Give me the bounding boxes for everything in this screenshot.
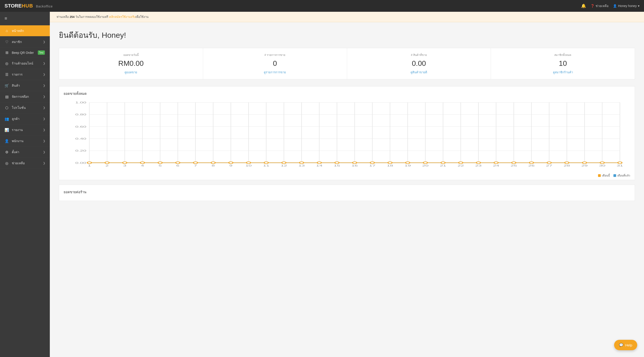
sidebar-item-Beep QR Order[interactable]: ⊞Beep QR Orderใหม่ (0, 47, 50, 58)
sidebar-item-สมาชิก[interactable]: ♡สมาชิก❯ (0, 36, 50, 47)
sidebar-icon: ▤ (4, 95, 9, 99)
sidebar-item-โปรโมชั่น[interactable]: ⬡โปรโมชั่น❯ (0, 102, 50, 113)
stat-card-1: # รายการการขาย 0 ดูรายการการขาย (203, 48, 347, 79)
sidebar-item-รายงาน[interactable]: 📊รายงาน❯ (0, 124, 50, 135)
svg-point-111 (194, 162, 198, 164)
logo-hub: HUB (22, 3, 33, 8)
help-button-icon: 💬 (619, 343, 624, 347)
trial-text-middle: วันในการทดลองใช้งานฟรี (74, 15, 109, 18)
sidebar-item-label: จัดการสต๊อก (12, 94, 29, 99)
svg-text:23: 23 (475, 164, 482, 167)
sidebar-icon: ♡ (4, 40, 9, 44)
svg-text:24: 24 (493, 164, 499, 167)
svg-point-109 (158, 162, 162, 164)
svg-point-121 (370, 162, 374, 164)
sidebar-badge: ใหม่ (38, 50, 45, 55)
sidebar-item-label: โปรโมชั่น (12, 105, 26, 110)
notification-icon[interactable]: 🔔 (581, 3, 586, 8)
sidebar-item-label: ตั้งค่า (12, 150, 19, 155)
svg-point-112 (211, 162, 215, 164)
svg-point-135 (618, 162, 622, 164)
svg-text:0.40: 0.40 (75, 137, 86, 140)
svg-text:19: 19 (404, 164, 411, 167)
main-content-area: ท่านเหลือ 254 วันในการทดลองใช้งานฟรี คลิ… (50, 12, 644, 357)
sidebar-icon: ☰ (4, 72, 9, 77)
svg-text:3: 3 (123, 164, 126, 167)
svg-point-106 (105, 162, 109, 164)
user-menu[interactable]: 👤 Honey honey ▾ (613, 4, 640, 8)
svg-point-119 (335, 162, 339, 164)
sidebar-item-label: Beep QR Order (12, 51, 34, 54)
svg-text:0.20: 0.20 (75, 149, 86, 152)
trial-text-after: เพื่อใช้งาน (136, 15, 148, 18)
stats-row: ยอดขายวันนี้ RM0.00 ดูยอดขาย # รายการการ… (59, 48, 635, 79)
svg-text:30: 30 (599, 164, 606, 167)
sidebar-item-ลูกค้า[interactable]: 👥ลูกค้า❯ (0, 113, 50, 124)
svg-point-117 (300, 162, 304, 164)
welcome-title: ยินดีต้อนรับ, Honey! (59, 29, 635, 41)
sidebar-arrow-icon: ❯ (43, 139, 45, 143)
svg-text:2: 2 (106, 164, 109, 167)
svg-text:12: 12 (281, 164, 287, 167)
svg-point-129 (512, 162, 516, 164)
svg-point-132 (565, 162, 569, 164)
sidebar-arrow-icon: ❯ (43, 106, 45, 109)
sidebar-item-สินค้า[interactable]: 🛒สินค้า❯ (0, 80, 50, 91)
svg-point-133 (582, 162, 586, 164)
sidebar-toggle-button[interactable]: ≡ (0, 12, 50, 25)
svg-text:16: 16 (352, 164, 358, 167)
svg-point-110 (176, 162, 180, 164)
svg-text:25: 25 (511, 164, 517, 167)
sidebar-icon: ⊞ (4, 50, 9, 55)
help-nav-icon: ❓ (590, 4, 594, 8)
svg-text:6: 6 (176, 164, 179, 167)
sidebar-arrow-icon: ❯ (43, 128, 45, 131)
sidebar-item-label: ร้านค้าออนไลน์ (12, 61, 33, 66)
stat-card-2: # สินค้าที่ขาย 0.00 ดูสินค้าขายดี (347, 48, 491, 79)
svg-text:28: 28 (564, 164, 570, 167)
legend-color (614, 174, 616, 177)
svg-text:18: 18 (387, 164, 393, 167)
svg-text:14: 14 (316, 164, 322, 167)
svg-text:9: 9 (230, 164, 232, 167)
legend-label: เดือนนี้ (602, 173, 610, 178)
sidebar-item-label: หน้าหลัก (12, 28, 24, 33)
sidebar-arrow-icon: ❯ (43, 95, 45, 98)
svg-point-116 (282, 162, 286, 164)
main-layout: ≡ ⌂หน้าหลัก♡สมาชิก❯⊞Beep QR Orderใหม่◎ร้… (0, 12, 644, 357)
sidebar-item-หน้าหลัก[interactable]: ⌂หน้าหลัก (0, 25, 50, 36)
legend-label: เดือนที่แล้ว (617, 173, 630, 178)
sidebar-item-ตั้งค่า[interactable]: ⚙ตั้งค่า❯ (0, 147, 50, 158)
sidebar-arrow-icon: ❯ (43, 150, 45, 154)
svg-text:1.00: 1.00 (75, 101, 86, 104)
svg-text:5: 5 (158, 164, 162, 167)
top-navigation: STOREHUB Backoffice 🔔 ❓ ช่วยเหลือ 👤 Hone… (0, 0, 644, 12)
svg-text:13: 13 (298, 164, 305, 167)
sidebar-item-label: ลูกค้า (12, 116, 20, 121)
trial-link[interactable]: คลิกสมัครใช้งานจริง (109, 15, 136, 18)
sidebar-item-ช่วยเหลือ[interactable]: ◎ช่วยเหลือ❯ (0, 158, 50, 169)
svg-point-120 (352, 162, 357, 164)
sidebar-icon: ⬡ (4, 106, 9, 110)
svg-point-114 (246, 162, 250, 164)
help-button-label: Help (625, 343, 632, 347)
stat-link-0[interactable]: ดูยอดขาย (124, 71, 137, 74)
svg-text:7: 7 (194, 164, 197, 167)
stat-value-2: 0.00 (354, 59, 484, 68)
sidebar-item-จัดการสต๊อก[interactable]: ▤จัดการสต๊อก❯ (0, 91, 50, 102)
svg-point-107 (123, 162, 127, 164)
svg-text:20: 20 (422, 164, 429, 167)
sidebar-item-ร้านค้าออนไลน์[interactable]: ◎ร้านค้าออนไลน์❯ (0, 58, 50, 69)
store-sales-section: ยอดขายต่อร้าน (59, 185, 635, 201)
sidebar-item-รายการ[interactable]: ☰รายการ❯ (0, 69, 50, 80)
help-button[interactable]: 💬 Help (614, 340, 637, 350)
help-nav-item[interactable]: ❓ ช่วยเหลือ (590, 3, 608, 8)
sidebar-item-label: พนักงาน (12, 138, 24, 143)
svg-point-113 (229, 162, 233, 164)
svg-text:15: 15 (334, 164, 340, 167)
stat-link-3[interactable]: ดูสมาชิกร้านค้า (553, 71, 573, 74)
sidebar-arrow-icon: ❯ (43, 162, 45, 165)
stat-link-2[interactable]: ดูสินค้าขายดี (410, 71, 427, 74)
sidebar-item-พนักงาน[interactable]: 👤พนักงาน❯ (0, 135, 50, 147)
stat-link-1[interactable]: ดูรายการการขาย (264, 71, 286, 74)
